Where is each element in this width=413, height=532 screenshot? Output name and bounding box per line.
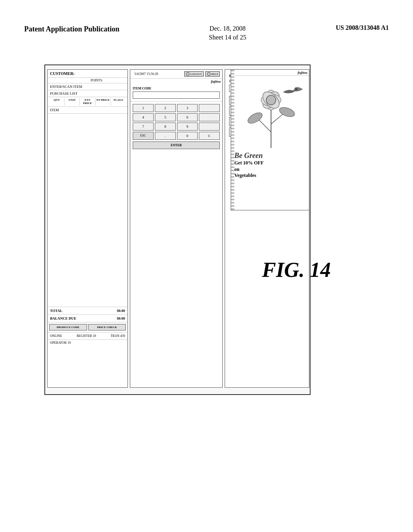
key-4[interactable]: 4 bbox=[133, 113, 154, 121]
col-net-price: NT PRICE bbox=[96, 98, 111, 106]
key-3[interactable]: 3 bbox=[177, 104, 198, 112]
balance-label: BALANCE DUE bbox=[50, 316, 76, 320]
diagram-container: CUSTOMER: CUSTOMER: POINTS: ENTER/SCAN I… bbox=[40, 56, 339, 480]
keypad-grid: 1 2 3 4 5 6 7 8 9 ESC . 0 bbox=[133, 104, 220, 140]
ad-fujitsu-text: fujitsu bbox=[298, 71, 307, 75]
price-check-btn[interactable]: PRICE CHECK bbox=[88, 324, 126, 330]
col-flags: FLAGS bbox=[111, 98, 126, 106]
col-ext-price: EXT PRICE bbox=[80, 98, 95, 106]
key-1[interactable]: 1 bbox=[133, 104, 154, 112]
total-row: TOTAL $0.00 bbox=[48, 307, 127, 315]
customer-text: CUSTOMER: bbox=[50, 71, 75, 76]
header-date: Dec. 18, 2008 bbox=[209, 24, 246, 33]
offer-line3: Vegetables bbox=[234, 172, 256, 178]
svg-point-4 bbox=[278, 106, 296, 118]
esc-label: ESC bbox=[140, 134, 146, 137]
produce-code-btn[interactable]: PRODUCE CODE bbox=[49, 324, 87, 330]
ad-text-area: Be Green Get 10% OFF on Vegetables bbox=[231, 148, 309, 182]
key-blank2 bbox=[199, 113, 220, 121]
middle-panel: 5/4/2007 15:56:28 LOGOUT HELP fujitsu bbox=[130, 69, 223, 388]
logout-icon bbox=[186, 72, 190, 76]
header-sheet: Sheet 14 of 25 bbox=[209, 33, 246, 42]
pub-title-text: Patent Application Publication bbox=[24, 25, 119, 33]
help-icon bbox=[207, 72, 211, 76]
fig-label-text: FIG. 14 bbox=[262, 258, 331, 281]
mid-fujitsu-logo: fujitsu bbox=[130, 79, 222, 84]
be-green-text: Be Green bbox=[234, 152, 306, 160]
online-label: ONLINE bbox=[50, 334, 62, 338]
item-code-label-text: ITEM CODE bbox=[133, 87, 151, 90]
key-dot[interactable]: . bbox=[155, 132, 176, 140]
key-9[interactable]: 9 bbox=[177, 123, 198, 131]
item-code-input[interactable] bbox=[133, 91, 220, 99]
operator-row: OPERATOR 19 bbox=[48, 339, 127, 346]
svg-line-2 bbox=[271, 114, 283, 124]
fig-label: FIG. 14 bbox=[262, 258, 331, 282]
item-label: ITEM bbox=[50, 108, 59, 112]
keypad-section: 1 2 3 4 5 6 7 8 9 ESC . 0 bbox=[130, 102, 222, 152]
balance-value: $0.00 bbox=[117, 316, 125, 320]
mid-header: 5/4/2007 15:56:28 LOGOUT HELP bbox=[130, 70, 222, 79]
enter-button[interactable]: ENTER bbox=[133, 141, 220, 149]
tran-label: TRAN 459 bbox=[111, 334, 125, 338]
logout-label: LOGOUT bbox=[190, 73, 202, 76]
key-8[interactable]: 8 bbox=[155, 123, 176, 131]
ad-offer: Get 10% OFF on Vegetables bbox=[234, 160, 306, 179]
enter-label: ENTER bbox=[171, 143, 182, 147]
svg-line-1 bbox=[259, 120, 271, 132]
key-esc[interactable]: ESC bbox=[133, 132, 154, 140]
item-row: ITEM bbox=[48, 107, 127, 114]
operator-label: OPERATOR 19 bbox=[50, 341, 71, 345]
ad-panel: fujitsu bbox=[231, 69, 309, 210]
balance-row: BALANCE DUE $0.00 bbox=[48, 315, 127, 322]
patent-number-text: US 2008/313048 A1 bbox=[336, 24, 389, 31]
items-area bbox=[48, 114, 127, 307]
key-2[interactable]: 2 bbox=[155, 104, 176, 112]
purchase-list-text: PURCHASE LIST bbox=[50, 91, 77, 96]
publication-title: Patent Application Publication bbox=[24, 24, 119, 34]
left-panel: CUSTOMER: CUSTOMER: POINTS: ENTER/SCAN I… bbox=[47, 69, 128, 388]
col-unit: UNIT bbox=[65, 98, 80, 106]
enter-scan-text: ENTER/SCAN ITEM bbox=[50, 85, 82, 89]
pos-terminal: CUSTOMER: CUSTOMER: POINTS: ENTER/SCAN I… bbox=[44, 64, 311, 395]
purchase-list-row: PURCHASE LIST bbox=[48, 90, 127, 97]
header-date-sheet: Dec. 18, 2008 Sheet 14 of 25 bbox=[209, 24, 246, 42]
produce-code-label: PRODUCE CODE bbox=[56, 326, 79, 329]
register-label: REGISTER 18 bbox=[77, 334, 96, 338]
status-row: ONLINE REGISTER 18 TRAN 459 bbox=[48, 332, 127, 339]
price-check-label: PRICE CHECK bbox=[97, 326, 117, 329]
offer-line1: Get 10% OFF bbox=[234, 160, 264, 166]
mid-fujitsu-text: fujitsu bbox=[211, 79, 221, 83]
top-buttons: LOGOUT HELP bbox=[184, 71, 220, 77]
total-value: $0.00 bbox=[117, 309, 125, 313]
ad-image-area bbox=[231, 76, 309, 148]
item-code-section: ITEM CODE bbox=[130, 84, 222, 102]
offer-line2: on bbox=[234, 166, 240, 172]
ad-fujitsu-logo: fujitsu bbox=[231, 70, 309, 76]
patent-number: US 2008/313048 A1 bbox=[336, 24, 389, 31]
help-button[interactable]: HELP bbox=[205, 71, 220, 77]
key-blank bbox=[199, 104, 220, 112]
customer-label: CUSTOMER: bbox=[48, 70, 127, 78]
help-label: HELP bbox=[211, 73, 219, 76]
be-green-label: Be Green bbox=[234, 152, 263, 160]
svg-point-9 bbox=[266, 95, 276, 105]
page-header: Patent Application Publication Dec. 18, … bbox=[24, 24, 389, 42]
logout-button[interactable]: LOGOUT bbox=[184, 71, 204, 77]
col-headers: QTY UNIT EXT PRICE NT PRICE FLAGS bbox=[48, 97, 127, 107]
total-label: TOTAL bbox=[50, 309, 63, 313]
key-c[interactable]: C bbox=[199, 132, 220, 140]
key-blank3 bbox=[199, 123, 220, 131]
key-6[interactable]: 6 bbox=[177, 113, 198, 121]
datetime-text: 5/4/2007 15:56:28 bbox=[133, 71, 160, 77]
key-0[interactable]: 0 bbox=[177, 132, 198, 140]
key-5[interactable]: 5 bbox=[155, 113, 176, 121]
points-row: CUSTOMER: POINTS: bbox=[48, 78, 127, 83]
bottom-buttons: PRODUCE CODE PRICE CHECK bbox=[48, 322, 127, 332]
item-code-label: ITEM CODE bbox=[133, 87, 220, 90]
points-label-text: POINTS: bbox=[91, 79, 103, 82]
ad-flower-image bbox=[231, 76, 309, 148]
enter-scan-row: ENTER/SCAN ITEM bbox=[48, 83, 127, 90]
svg-point-3 bbox=[246, 110, 264, 125]
key-7[interactable]: 7 bbox=[133, 123, 154, 131]
